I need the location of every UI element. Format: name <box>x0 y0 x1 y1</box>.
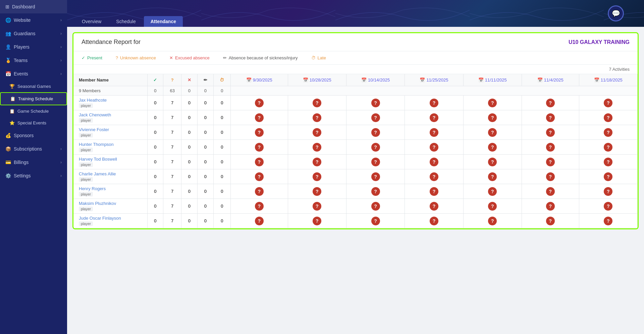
cell-pen: 0 <box>197 169 213 184</box>
chat-icon[interactable]: 💬 <box>608 5 624 21</box>
sidebar-item-label: Players <box>14 44 30 50</box>
member-name[interactable]: Hunter Thompson <box>79 142 145 147</box>
sidebar-item-training-schedule[interactable]: 📋 Training Schedule <box>0 92 67 105</box>
col-pen-icon: ✏ <box>204 77 207 82</box>
calendar-icon: 📅 <box>246 77 252 82</box>
unknown-absence-icon: ? <box>488 128 497 137</box>
question-icon: ? <box>116 55 118 60</box>
sidebar-item-label: Settings <box>14 173 31 178</box>
tab-schedule[interactable]: Schedule <box>109 16 142 27</box>
member-name[interactable]: Harvey Tod Boswell <box>79 157 145 162</box>
chevron-right-icon: › <box>60 45 62 49</box>
cell-date-0: ? <box>230 155 288 169</box>
unknown-absence-icon: ? <box>371 99 380 107</box>
cell-check: 0 <box>147 140 163 155</box>
sidebar-item-settings[interactable]: ⚙️ Settings › <box>0 169 67 182</box>
member-name[interactable]: Vivienne Foster <box>79 127 145 132</box>
cell-clock: 0 <box>213 110 230 125</box>
players-icon: 👤 <box>5 44 11 50</box>
unknown-absence-icon: ? <box>604 128 612 137</box>
main-content: Overview Schedule Attendance 💬 Attendanc… <box>67 0 644 334</box>
chevron-right-icon: › <box>60 160 62 165</box>
member-name[interactable]: Jude Oscar Finlayson <box>79 216 145 221</box>
cell-date-5: ? <box>522 96 579 110</box>
unknown-absence-icon: ? <box>546 113 555 122</box>
unknown-absence-icon: ? <box>430 99 438 107</box>
unknown-absence-icon: ? <box>488 202 497 211</box>
sidebar-item-teams[interactable]: 🏅 Teams › <box>0 54 67 67</box>
settings-icon: ⚙️ <box>5 173 11 178</box>
cell-pen: 0 <box>197 199 213 214</box>
cell-date-3: ? <box>405 169 463 184</box>
col-header-date-1: 📅10/28/2025 <box>288 74 346 86</box>
cell-check: 0 <box>147 110 163 125</box>
sidebar-item-game-schedule[interactable]: 📋 Game Schedule <box>0 105 67 117</box>
subscriptions-icon: 📦 <box>5 146 11 152</box>
cell-cross: 0 <box>181 199 198 214</box>
header-banner: Overview Schedule Attendance 💬 <box>67 0 644 27</box>
sidebar-item-players[interactable]: 👤 Players › <box>0 40 67 54</box>
sidebar-item-special-events[interactable]: ⭐ Special Events <box>0 117 67 129</box>
member-name-cell: Hunter Thompsonplayer <box>73 140 147 155</box>
cell-date-6: ? <box>579 140 637 155</box>
cell-check: 0 <box>147 199 163 214</box>
sidebar-item-website[interactable]: 🌐 Website › <box>0 13 67 27</box>
cell-date-3: ? <box>405 140 463 155</box>
cell-date-5: ? <box>522 199 579 214</box>
member-name-cell: Harvey Tod Boswellplayer <box>73 155 147 169</box>
tab-attendance[interactable]: Attendance <box>144 16 183 27</box>
col-header-check: ✓ <box>147 74 163 86</box>
member-name-cell: Henry Rogersplayer <box>73 184 147 199</box>
member-name[interactable]: Jack Chenoweth <box>79 112 145 117</box>
cell-pen: 0 <box>197 214 213 228</box>
unknown-absence-icon: ? <box>371 172 380 181</box>
cell-date-5: ? <box>522 184 579 199</box>
cell-date-2: ? <box>346 110 405 125</box>
col-header-date-6: 📅11/18/2025 <box>579 74 637 86</box>
member-name[interactable]: Jax Heathcote <box>79 98 145 103</box>
chevron-right-icon: › <box>60 31 62 36</box>
cell-date-4: ? <box>463 199 522 214</box>
member-role: player <box>79 118 93 123</box>
unknown-absence-icon: ? <box>604 99 612 107</box>
sidebar-item-subscriptions[interactable]: 📦 Subscriptions › <box>0 142 67 156</box>
member-name[interactable]: Maksim Pluzhnikov <box>79 201 145 206</box>
attendance-table: Member Name ✓ ? ✕ ✏ ⏱ 📅9/30/2025 📅10/28/… <box>73 74 638 228</box>
unknown-absence-icon: ? <box>430 172 438 181</box>
cell-cross: 0 <box>181 125 198 140</box>
cell-date-4: ? <box>463 96 522 110</box>
sidebar-item-events[interactable]: 📅 Events › <box>0 67 67 80</box>
sidebar-item-billings[interactable]: 💳 Billings › <box>0 156 67 169</box>
unknown-absence-icon: ? <box>313 202 321 211</box>
cell-question: 7 <box>163 140 181 155</box>
cell-date-1: ? <box>288 110 346 125</box>
col-header-date-3: 📅11/25/2025 <box>405 74 463 86</box>
member-role: player <box>79 162 93 167</box>
cell-clock: 0 <box>213 214 230 228</box>
events-icon: 📅 <box>5 71 11 76</box>
unknown-absence-icon: ? <box>313 172 321 181</box>
cell-date-6: ? <box>579 110 637 125</box>
calendar-icon: 📅 <box>594 77 599 82</box>
sidebar-item-seasonal-games[interactable]: 🏆 Seasonal Games <box>0 80 67 92</box>
report-card: Attendance Report for U10 GALAXY TRAININ… <box>72 32 639 229</box>
sidebar-item-dashboard[interactable]: ⊞ Dashboard <box>0 0 67 13</box>
cell-date-1: ? <box>288 155 346 169</box>
tab-overview[interactable]: Overview <box>75 16 108 27</box>
sidebar-item-label: Subscriptions <box>14 146 42 152</box>
sidebar-item-label: Guardians <box>14 31 36 36</box>
unknown-absence-icon: ? <box>371 217 380 225</box>
member-name[interactable]: Charlie James Allie <box>79 171 145 176</box>
cell-date-3: ? <box>405 184 463 199</box>
col-header-clock: ⏱ <box>213 74 230 86</box>
unknown-absence-icon: ? <box>430 113 438 122</box>
legend-sickness: ✏ Absence because of sickness/injury <box>223 55 298 60</box>
unknown-absence-icon: ? <box>313 187 321 196</box>
legend-label: Unknown absence <box>120 55 156 60</box>
sidebar-item-guardians[interactable]: 👥 Guardians › <box>0 27 67 40</box>
summary-row: 9 Members 0 63 0 0 0 <box>73 86 638 96</box>
sidebar-item-sponsors[interactable]: 💰 Sponsors <box>0 129 67 142</box>
cell-date-4: ? <box>463 110 522 125</box>
cell-cross: 0 <box>181 110 198 125</box>
member-name[interactable]: Henry Rogers <box>79 186 145 191</box>
